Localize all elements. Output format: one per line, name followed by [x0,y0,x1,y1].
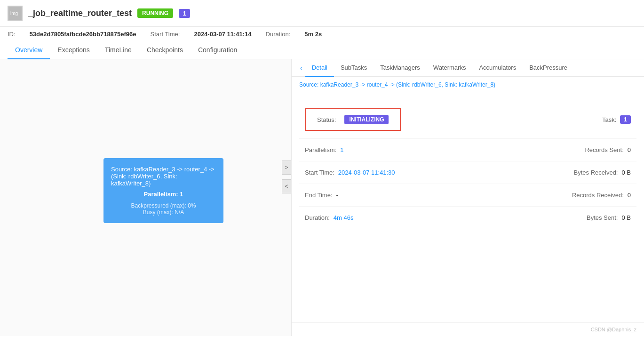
node-backpressured: Backpressured (max): 0% [111,202,216,209]
detail-content: Status: INITIALIZING Task: 1 Parallelism… [292,93,644,322]
records-received-label: Records Received: [572,192,624,199]
node-parallelism-value: 1 [180,191,183,198]
bytes-received-row: Bytes Received: 0 B [468,161,637,184]
detail-tabs: ‹ Detail SubTasks TaskManagers Watermark… [292,59,644,77]
status-label: Status: [317,116,336,123]
node-parallelism: Parallelism: 1 [111,191,216,198]
main-content: Source: kafkaReader_3 -> router_4 -> (Si… [0,59,644,336]
node-box[interactable]: Source: kafkaReader_3 -> router_4 -> (Si… [103,158,223,223]
bytes-sent-value: 0 B [621,214,631,221]
tab-exceptions[interactable]: Exceptions [50,41,97,59]
node-title: Source: kafkaReader_3 -> router_4 -> (Si… [111,166,216,187]
records-sent-label: Records Sent: [585,146,623,153]
records-sent-value: 0 [628,146,631,153]
job-title: _job_realtime_router_test [28,8,132,18]
status-value: INITIALIZING [344,115,389,124]
detail-grid: Status: INITIALIZING Task: 1 Parallelism… [299,101,636,229]
task-value: 1 [620,115,631,124]
graph-panel: Source: kafkaReader_3 -> router_4 -> (Si… [0,59,292,336]
task-label: Task: [602,116,616,123]
status-row: Status: INITIALIZING [299,101,468,139]
collapse-contract-button[interactable]: < [282,179,291,193]
detail-tab-detail[interactable]: Detail [305,59,334,77]
status-badge: RUNNING [137,8,173,18]
end-time-label: End Time: [305,192,333,199]
duration-label: Duration: [305,214,330,221]
tab-configuration[interactable]: Configuration [191,41,245,59]
id-label: ID: [8,31,16,38]
start-time-label: Start Time: [305,169,334,176]
duration-label: Duration: [266,31,291,38]
records-received-value: 0 [628,192,631,199]
start-time-value: 2024-03-07 11:41:30 [338,169,395,176]
detail-tab-backpressure[interactable]: BackPressure [523,59,574,77]
detail-tab-prev-arrow[interactable]: ‹ [297,60,305,75]
records-sent-row: Records Sent: 0 [468,139,637,161]
node-busy: Busy (max): N/A [111,209,216,216]
detail-tab-watermarks[interactable]: Watermarks [427,59,473,77]
duration-row: Duration: 4m 46s [299,207,468,229]
id-value: 53de2d7805fafbcde26bb718875ef96e [30,31,136,38]
end-time-value: - [336,192,338,199]
bytes-sent-row: Bytes Sent: 0 B [468,207,637,229]
duration-value: 5m 2s [304,31,322,38]
parallelism-row: Parallelism: 1 [299,139,468,161]
parallelism-label: Parallelism: [305,146,336,153]
node-parallelism-label: Parallelism: [144,191,178,198]
watermark: CSDN @Daphnis_z [292,322,644,336]
detail-tab-subtasks[interactable]: SubTasks [334,59,374,77]
svg-text:img: img [10,11,18,16]
start-time-row: Start Time: 2024-03-07 11:41:30 [299,161,468,184]
parallelism-value: 1 [340,146,343,153]
job-meta: ID: 53de2d7805fafbcde26bb718875ef96e Sta… [0,27,644,41]
avatar: img [8,6,23,21]
start-time-value: 2024-03-07 11:41:14 [194,31,251,38]
main-tabs: Overview Exceptions TimeLine Checkpoints… [0,41,644,59]
detail-tab-taskmanagers[interactable]: TaskManagers [374,59,427,77]
detail-tab-accumulators[interactable]: Accumulators [472,59,523,77]
bytes-received-label: Bytes Received: [574,169,618,176]
records-received-row: Records Received: 0 [468,184,637,207]
header: img _job_realtime_router_test RUNNING 1 [0,0,644,27]
tab-timeline[interactable]: TimeLine [97,41,139,59]
breadcrumb: Source: kafkaReader_3 -> router_4 -> (Si… [292,77,644,93]
bytes-received-value: 0 B [621,169,631,176]
bytes-sent-label: Bytes Sent: [587,214,618,221]
tab-checkpoints[interactable]: Checkpoints [139,41,191,59]
task-row: Task: 1 [468,101,637,139]
collapse-expand-button[interactable]: > [282,160,291,175]
duration-value: 4m 46s [334,214,354,221]
status-box: Status: INITIALIZING [305,108,401,131]
end-time-row: End Time: - [299,184,468,207]
start-time-label: Start Time: [151,31,180,38]
tab-overview[interactable]: Overview [8,41,50,59]
detail-panel: ‹ Detail SubTasks TaskManagers Watermark… [292,59,644,336]
task-count-badge: 1 [179,9,190,18]
